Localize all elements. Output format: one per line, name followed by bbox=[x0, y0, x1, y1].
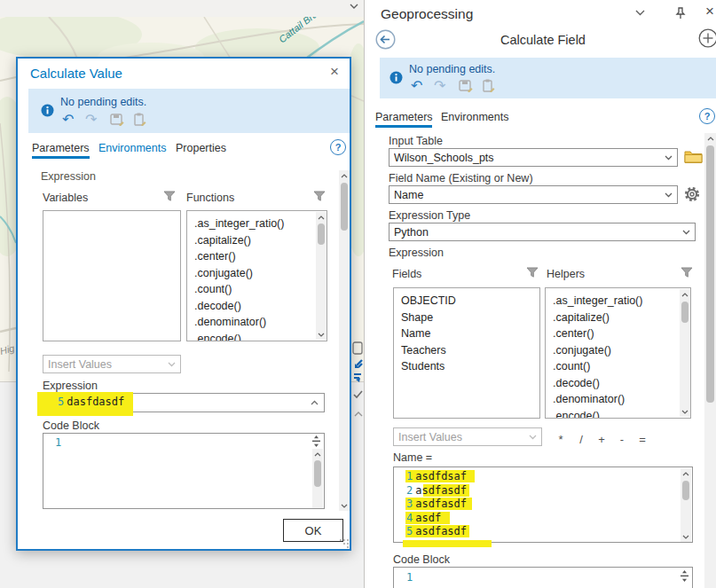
insert-values-dropdown[interactable]: Insert Values bbox=[43, 355, 181, 373]
helper-item[interactable]: .as_integer_ratio() bbox=[546, 293, 690, 310]
input-table-dropdown[interactable]: Wilson_Schools_pts bbox=[389, 148, 678, 167]
resize-grip[interactable] bbox=[339, 538, 349, 548]
operator-button[interactable]: - bbox=[616, 433, 628, 446]
field-name-dropdown[interactable]: Name bbox=[389, 185, 678, 204]
edge-frame-icon[interactable] bbox=[352, 341, 363, 355]
dialog-scrollbar[interactable] bbox=[339, 170, 350, 511]
edge-pan-icon[interactable] bbox=[352, 372, 364, 383]
tab-properties[interactable]: Properties bbox=[176, 142, 226, 154]
discard-edits-icon[interactable] bbox=[133, 113, 146, 126]
save-edits-icon[interactable] bbox=[110, 114, 124, 126]
helper-item[interactable]: .capitalize() bbox=[546, 310, 690, 326]
operator-button[interactable]: / bbox=[575, 433, 587, 446]
edge-check-icon[interactable] bbox=[353, 390, 363, 399]
helper-item[interactable]: .conjugate() bbox=[546, 342, 690, 359]
functions-list[interactable]: .as_integer_ratio().capitalize().center(… bbox=[186, 210, 327, 341]
pane-menu-chevron-icon[interactable] bbox=[635, 10, 645, 16]
helpers-list[interactable]: .as_integer_ratio().capitalize().center(… bbox=[545, 287, 691, 419]
expression-type-dropdown[interactable]: Python bbox=[389, 223, 696, 241]
code-line[interactable]: 4asdf bbox=[394, 512, 692, 526]
scroll-up-icon[interactable] bbox=[316, 212, 327, 223]
expression-line[interactable]: 5dasfdasdf bbox=[43, 396, 124, 410]
helper-item[interactable]: .decode() bbox=[546, 375, 690, 392]
scroll-down-icon[interactable] bbox=[680, 406, 690, 417]
expression-editor[interactable]: 1asdfdsaf 2asdfasdf 3asdfasdf 4asdf 5asd… bbox=[393, 466, 693, 543]
close-icon[interactable]: × bbox=[705, 3, 714, 20]
scrollbar-thumb[interactable] bbox=[314, 460, 321, 487]
scrollbar-thumb[interactable] bbox=[681, 302, 688, 323]
help-icon[interactable]: ? bbox=[699, 108, 715, 124]
ok-button[interactable]: OK bbox=[283, 519, 343, 542]
helper-item[interactable]: .encode() bbox=[546, 408, 690, 419]
function-item[interactable]: .count() bbox=[187, 281, 327, 298]
fields-filter-icon[interactable] bbox=[526, 267, 539, 278]
dialog-titlebar[interactable]: Calculate Value × bbox=[18, 59, 350, 85]
function-item[interactable]: .decode() bbox=[187, 298, 327, 315]
scroll-down-icon[interactable] bbox=[339, 500, 350, 511]
splitter-handle-icon[interactable] bbox=[680, 570, 689, 582]
scroll-down-icon[interactable] bbox=[316, 329, 327, 340]
variables-list[interactable] bbox=[43, 210, 181, 341]
browse-folder-icon[interactable] bbox=[684, 149, 703, 164]
splitter-handle-icon[interactable] bbox=[311, 435, 321, 447]
helper-item[interactable]: .center() bbox=[546, 325, 690, 342]
tab-environments[interactable]: Environments bbox=[98, 142, 166, 154]
scrollbar-thumb[interactable] bbox=[706, 145, 714, 403]
code-line[interactable]: 2asdfasdf bbox=[394, 484, 692, 498]
scroll-up-icon[interactable] bbox=[339, 170, 350, 181]
functions-scrollbar[interactable] bbox=[316, 212, 327, 340]
operator-button[interactable]: * bbox=[555, 433, 567, 446]
function-item[interactable]: .encode() bbox=[187, 331, 327, 342]
field-item[interactable]: Name bbox=[394, 325, 539, 342]
scroll-up-icon[interactable] bbox=[312, 449, 323, 459]
ribbon-collapse-chevron-icon[interactable] bbox=[350, 4, 358, 9]
undo-icon[interactable]: ↶ bbox=[62, 113, 74, 127]
scrollbar-thumb[interactable] bbox=[318, 223, 325, 245]
redo-icon[interactable]: ↷ bbox=[85, 113, 97, 127]
functions-filter-icon[interactable] bbox=[313, 191, 326, 202]
function-item[interactable]: .center() bbox=[187, 248, 327, 265]
field-item[interactable]: OBJECTID bbox=[394, 293, 539, 310]
save-edits-icon[interactable] bbox=[459, 80, 473, 92]
field-item[interactable]: Teachers bbox=[394, 342, 539, 359]
tab-parameters[interactable]: Parameters bbox=[375, 111, 433, 123]
function-item[interactable]: .conjugate() bbox=[187, 265, 327, 282]
add-to-model-plus-icon[interactable] bbox=[698, 28, 716, 48]
function-item[interactable]: .denominator() bbox=[187, 314, 327, 331]
scroll-up-icon[interactable] bbox=[680, 289, 690, 300]
code-line[interactable]: 3asdfasdf bbox=[394, 498, 692, 512]
edge-zoom-selection-icon[interactable] bbox=[352, 358, 364, 370]
undo-icon[interactable]: ↶ bbox=[411, 79, 422, 93]
collapse-chevron-icon[interactable] bbox=[311, 400, 319, 405]
field-item[interactable]: Shape bbox=[394, 310, 539, 326]
code-line[interactable]: 1asdfdsaf bbox=[394, 470, 692, 484]
fields-list[interactable]: OBJECTIDShapeNameTeachersStudents bbox=[393, 287, 540, 419]
expression-editor-scrollbar[interactable] bbox=[681, 468, 691, 542]
scrollbar-thumb[interactable] bbox=[341, 183, 348, 231]
scroll-down-icon[interactable] bbox=[681, 531, 691, 542]
field-item[interactable]: Students bbox=[394, 358, 539, 375]
insert-values-dropdown[interactable]: Insert Values bbox=[393, 427, 542, 446]
tab-parameters[interactable]: Parameters bbox=[32, 142, 90, 154]
close-icon[interactable]: × bbox=[330, 63, 339, 81]
redo-icon[interactable]: ↷ bbox=[434, 79, 445, 93]
gear-icon[interactable] bbox=[682, 184, 702, 204]
edge-chevron-icon[interactable] bbox=[354, 412, 363, 417]
expression-field[interactable]: 5dasfdasdf bbox=[43, 393, 325, 412]
code-line[interactable]: 5asdfasdf bbox=[394, 525, 692, 539]
helper-item[interactable]: .denominator() bbox=[546, 391, 690, 408]
helpers-scrollbar[interactable] bbox=[680, 289, 690, 417]
operator-button[interactable]: + bbox=[595, 433, 608, 446]
helper-item[interactable]: .count() bbox=[546, 358, 690, 375]
discard-edits-icon[interactable] bbox=[482, 79, 495, 92]
scrollbar-thumb[interactable] bbox=[682, 481, 689, 500]
help-icon[interactable]: ? bbox=[330, 139, 346, 155]
function-item[interactable]: .as_integer_ratio() bbox=[187, 216, 327, 232]
function-item[interactable]: .capitalize() bbox=[187, 232, 327, 249]
code-block-editor[interactable]: 1 bbox=[43, 433, 325, 509]
scroll-up-icon[interactable] bbox=[681, 468, 691, 479]
code-block-scrollbar[interactable] bbox=[312, 449, 323, 508]
helpers-filter-icon[interactable] bbox=[681, 267, 693, 278]
pane-scrollbar[interactable] bbox=[704, 133, 716, 588]
pin-icon[interactable] bbox=[675, 7, 686, 20]
